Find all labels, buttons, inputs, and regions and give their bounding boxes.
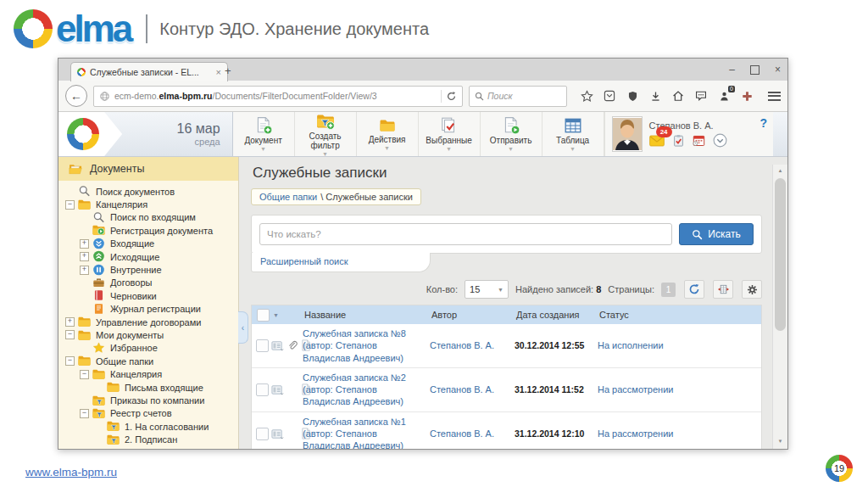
sidebar-item[interactable]: −Канцелярия xyxy=(58,367,238,380)
sidebar-item[interactable]: −Общие папки xyxy=(58,355,238,367)
row-menu-icon[interactable] xyxy=(271,339,284,352)
sidebar-item[interactable]: Избранное xyxy=(58,342,238,355)
table-row[interactable]: Служебная записка №1 (автор: Степанов Вл… xyxy=(252,412,761,449)
page-size-select[interactable]: 15▼ xyxy=(465,280,509,299)
shield-icon[interactable] xyxy=(626,89,639,103)
tree-expander-plus[interactable]: + xyxy=(80,266,89,275)
toolbar-button-table[interactable]: Таблица▼ xyxy=(542,112,604,156)
sidebar-item[interactable]: −Канцелярия xyxy=(58,198,238,210)
document-link[interactable]: Служебная записка №2 (автор: Степанов Вл… xyxy=(303,368,430,411)
row-checkbox[interactable] xyxy=(256,383,269,396)
row-checkbox[interactable] xyxy=(256,428,269,440)
sidebar-item[interactable]: Регистрация документа xyxy=(58,224,238,237)
profile-icon[interactable]: 0 xyxy=(717,89,731,103)
author-link[interactable]: Степанов В. А. xyxy=(430,428,515,439)
scrollbar-thumb[interactable] xyxy=(775,178,786,331)
tree-expander-minus[interactable]: − xyxy=(65,356,75,366)
new-tab-button[interactable]: + xyxy=(225,64,231,77)
page-button[interactable]: 1 xyxy=(661,283,676,297)
status-link[interactable]: На рассмотрении xyxy=(598,428,761,439)
breadcrumb-root-link[interactable]: Общие папки xyxy=(259,192,317,202)
downloads-icon[interactable] xyxy=(648,89,662,103)
tab-close-icon[interactable]: × xyxy=(216,67,221,77)
author-link[interactable]: Степанов В. А. xyxy=(430,340,515,350)
column-header-status[interactable]: Статус xyxy=(598,310,761,320)
status-link[interactable]: На рассмотрении xyxy=(598,384,761,395)
sidebar-item[interactable]: Черновики xyxy=(58,289,238,302)
tree-expander-minus[interactable]: − xyxy=(65,330,75,339)
user-block[interactable]: Степанов В. А. 24 xyxy=(605,112,773,156)
menu-icon[interactable] xyxy=(768,92,781,101)
chat-icon[interactable] xyxy=(694,89,708,103)
scroll-up-icon[interactable]: ▲ xyxy=(778,165,783,176)
sidebar-item[interactable]: +Внутренние xyxy=(58,263,238,276)
tree-expander-plus[interactable]: + xyxy=(80,239,89,249)
sidebar-item[interactable]: Договоры xyxy=(58,277,238,289)
toolbar-button-selected[interactable]: Выбранные▼ xyxy=(419,112,481,156)
sidebar-item[interactable]: Поиск документов xyxy=(58,185,238,198)
toolbar-button-actions[interactable]: Действия▼ xyxy=(357,112,419,156)
bookmark-star-icon[interactable] xyxy=(580,89,593,103)
sidebar-header-documents[interactable]: Документы xyxy=(58,157,238,181)
column-header-created[interactable]: Дата создания xyxy=(515,310,598,320)
advanced-search-link[interactable]: Расширенный поиск xyxy=(260,256,348,266)
window-close-button[interactable]: × xyxy=(775,64,781,76)
back-button[interactable]: ← xyxy=(65,85,87,107)
refresh-button[interactable] xyxy=(684,280,704,299)
table-row[interactable]: Служебная записка №2 (автор: Степанов Вл… xyxy=(252,368,761,412)
column-header-author[interactable]: Автор xyxy=(430,310,515,320)
table-row[interactable]: Служебная записка №8 (автор: Степанов Вл… xyxy=(252,324,761,368)
sidebar-item[interactable]: 1. На согласовании xyxy=(58,420,238,433)
sidebar-item[interactable]: −Мои документы xyxy=(58,328,238,341)
tree-expander-minus[interactable]: − xyxy=(80,409,89,418)
toolbar-button-document[interactable]: Документ▼ xyxy=(233,112,295,156)
document-link[interactable]: Служебная записка №1 (автор: Степанов Вл… xyxy=(303,412,430,449)
toolbar-button-create-filter[interactable]: Создать фильтр▼ xyxy=(295,112,357,156)
addon-cross-icon[interactable] xyxy=(740,89,754,103)
window-maximize-button[interactable] xyxy=(750,65,760,75)
sidebar-item[interactable]: +Исходящие xyxy=(58,250,238,263)
sidebar-item[interactable]: Письма входящие xyxy=(58,381,238,394)
sidebar-item[interactable]: Журнал регистрации xyxy=(58,303,238,316)
status-link[interactable]: На исполнении xyxy=(598,340,761,350)
scroll-down-icon[interactable]: ▼ xyxy=(778,435,783,447)
sidebar-item[interactable]: Поиск по входящим xyxy=(58,211,238,224)
user-avatar[interactable] xyxy=(612,116,643,152)
select-all-checkbox[interactable] xyxy=(257,309,270,322)
footer-site-link[interactable]: www.elma-bpm.ru xyxy=(25,466,117,479)
reload-icon[interactable] xyxy=(446,91,457,102)
messages-icon[interactable]: 24 xyxy=(649,132,665,148)
row-checkbox[interactable] xyxy=(256,339,269,352)
browser-search-box[interactable]: Поиск xyxy=(469,86,567,107)
sidebar-item[interactable]: +Входящие xyxy=(58,238,238,250)
tasks-icon[interactable] xyxy=(672,134,685,147)
row-menu-icon[interactable] xyxy=(271,383,284,396)
vertical-scrollbar[interactable]: ▲ ▼ xyxy=(772,165,787,449)
sidebar-collapse-handle[interactable]: ‹ xyxy=(238,311,248,344)
search-input[interactable] xyxy=(259,223,672,245)
settings-gear-button[interactable] xyxy=(742,280,762,299)
sidebar-item[interactable]: −Реестр счетов xyxy=(58,407,238,420)
calendar-icon[interactable] xyxy=(693,134,705,147)
home-icon[interactable] xyxy=(671,89,685,103)
user-menu-chevron-icon[interactable] xyxy=(713,133,727,148)
url-bar[interactable]: ecm-demo.elma-bpm.ru/Documents/FilterDoc… xyxy=(93,86,463,107)
tree-expander-minus[interactable]: − xyxy=(65,200,75,210)
browser-tab[interactable]: Служебные записки - EL... × xyxy=(70,62,228,81)
chevron-down-icon[interactable]: ▼ xyxy=(273,312,279,318)
tree-expander-plus[interactable]: + xyxy=(65,317,75,327)
search-button[interactable]: Искать xyxy=(679,223,754,245)
window-minimize-button[interactable]: – xyxy=(729,64,735,76)
export-button[interactable] xyxy=(713,280,733,299)
author-link[interactable]: Степанов В. А. xyxy=(430,384,515,395)
document-link[interactable]: Служебная записка №8 (автор: Степанов Вл… xyxy=(303,324,430,367)
sidebar-item[interactable]: Приказы по компании xyxy=(58,394,238,406)
column-header-name[interactable]: Название xyxy=(303,310,430,320)
sidebar-item[interactable]: +Управление договорами xyxy=(58,316,238,328)
pocket-icon[interactable] xyxy=(603,89,616,103)
toolbar-button-send[interactable]: Отправить▼ xyxy=(481,112,542,156)
sidebar-item[interactable]: 2. Подписан xyxy=(58,433,238,445)
tree-expander-minus[interactable]: − xyxy=(80,370,89,379)
row-menu-icon[interactable] xyxy=(271,428,284,440)
tree-expander-plus[interactable]: + xyxy=(80,252,89,261)
